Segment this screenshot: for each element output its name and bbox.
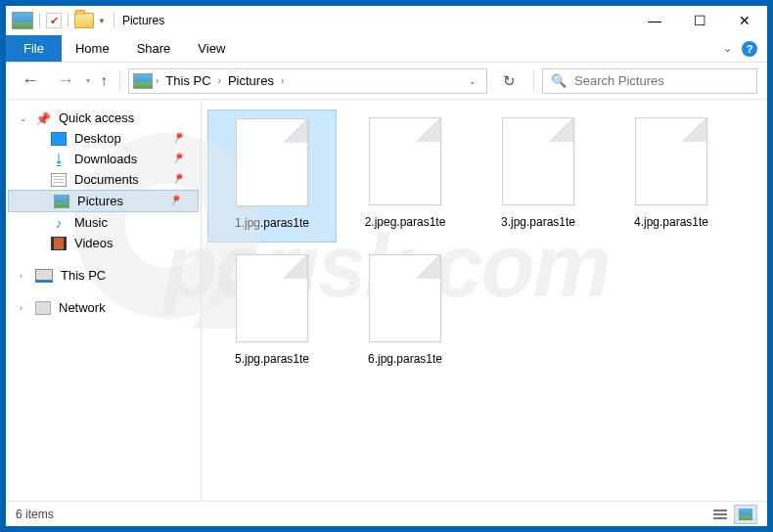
file-item[interactable]: 1.jpg.paras1te xyxy=(207,110,337,243)
label: Documents xyxy=(74,172,139,187)
divider xyxy=(39,13,40,28)
label: Videos xyxy=(74,236,114,250)
file-item[interactable]: 5.jpg.paras1te xyxy=(207,246,337,377)
nav-toolbar: ← → ▾ ↑ › This PC › Pictures › ⌄ ↻ 🔍 xyxy=(6,63,767,100)
tab-share[interactable]: Share xyxy=(123,35,185,62)
expand-icon[interactable]: › xyxy=(20,271,23,281)
new-folder-icon[interactable] xyxy=(74,13,94,28)
chevron-right-icon[interactable]: › xyxy=(217,75,222,86)
sidebar-this-pc[interactable]: › This PC xyxy=(6,265,201,286)
explorer-window: ✔ ▼ Pictures — ☐ ✕ File Home Share View … xyxy=(5,5,768,527)
music-icon: ♪ xyxy=(51,216,67,230)
navigation-pane: ⌄ 📌 Quick access Desktop 📍 ⭳ Downloads 📍 xyxy=(6,100,202,501)
divider xyxy=(68,13,68,28)
sidebar-quick-access[interactable]: ⌄ 📌 Quick access xyxy=(6,108,201,128)
documents-icon xyxy=(51,173,67,187)
close-button[interactable]: ✕ xyxy=(722,6,767,35)
file-item[interactable]: 4.jpg.paras1te xyxy=(607,110,736,243)
status-bar: 6 items xyxy=(6,501,767,526)
expand-icon[interactable]: ⌄ xyxy=(20,113,27,123)
sidebar-item-videos[interactable]: Videos xyxy=(6,233,201,253)
label: Network xyxy=(59,300,106,315)
file-label: 6.jpg.paras1te xyxy=(368,352,442,366)
pin-icon: 📍 xyxy=(166,192,185,209)
divider xyxy=(119,71,120,91)
desktop-icon xyxy=(51,132,67,146)
file-label: 4.jpg.paras1te xyxy=(634,215,708,229)
body: ⌄ 📌 Quick access Desktop 📍 ⭳ Downloads 📍 xyxy=(6,100,767,501)
location-icon xyxy=(133,73,153,89)
help-icon[interactable]: ? xyxy=(742,41,757,57)
pictures-icon xyxy=(54,195,69,208)
window-title: Pictures xyxy=(122,14,164,27)
file-icon xyxy=(502,117,574,205)
chevron-right-icon[interactable]: › xyxy=(155,75,159,86)
file-label: 3.jpg.paras1te xyxy=(501,215,575,229)
expand-icon[interactable]: › xyxy=(20,303,23,313)
pc-icon xyxy=(35,269,53,283)
search-icon: 🔍 xyxy=(551,73,567,88)
collapse-ribbon-icon[interactable]: ⌄ xyxy=(723,42,732,55)
star-icon: 📌 xyxy=(35,111,51,125)
minimize-button[interactable]: — xyxy=(632,6,677,35)
network-icon xyxy=(35,301,51,315)
maximize-button[interactable]: ☐ xyxy=(677,6,722,35)
sidebar-item-desktop[interactable]: Desktop 📍 xyxy=(6,128,201,149)
qat-dropdown-icon[interactable]: ▼ xyxy=(98,17,106,25)
file-label: 2.jpeg.paras1te xyxy=(365,215,446,229)
sidebar-item-pictures[interactable]: Pictures 📍 xyxy=(8,190,199,212)
tab-view[interactable]: View xyxy=(184,35,239,62)
label: Pictures xyxy=(77,194,123,208)
breadcrumb-pictures[interactable]: Pictures xyxy=(224,73,278,88)
file-item[interactable]: 3.jpg.paras1te xyxy=(474,110,603,243)
divider xyxy=(533,71,534,91)
app-icon xyxy=(12,12,33,29)
label: This PC xyxy=(61,268,106,283)
file-item[interactable]: 6.jpg.paras1te xyxy=(341,246,470,377)
properties-icon[interactable]: ✔ xyxy=(46,13,62,28)
divider xyxy=(114,13,114,28)
pin-icon: 📍 xyxy=(169,170,188,188)
file-icon xyxy=(236,118,308,206)
breadcrumb-this-pc[interactable]: This PC xyxy=(161,73,214,88)
titlebar: ✔ ▼ Pictures — ☐ ✕ xyxy=(6,6,767,35)
tab-home[interactable]: Home xyxy=(62,35,123,62)
sidebar-network[interactable]: › Network xyxy=(6,297,201,318)
label: Music xyxy=(74,215,108,230)
pin-icon: 📍 xyxy=(169,129,188,147)
address-bar[interactable]: › This PC › Pictures › ⌄ xyxy=(128,68,487,94)
sidebar-item-downloads[interactable]: ⭳ Downloads 📍 xyxy=(6,149,201,169)
forward-button[interactable]: → xyxy=(51,70,80,91)
sidebar-item-documents[interactable]: Documents 📍 xyxy=(6,169,201,190)
search-box[interactable]: 🔍 xyxy=(542,68,757,94)
file-icon xyxy=(369,254,441,342)
item-count: 6 items xyxy=(16,508,54,521)
label: Downloads xyxy=(74,152,137,166)
back-button[interactable]: ← xyxy=(16,70,45,91)
refresh-button[interactable]: ↻ xyxy=(493,72,525,90)
sidebar-item-music[interactable]: ♪ Music xyxy=(6,212,201,233)
ribbon: File Home Share View ⌄ ? xyxy=(6,35,767,63)
quick-access-toolbar: ✔ ▼ xyxy=(12,12,106,29)
search-input[interactable] xyxy=(574,73,749,88)
up-button[interactable]: ↑ xyxy=(96,72,112,90)
history-dropdown-icon[interactable]: ▾ xyxy=(86,76,90,85)
file-label: 5.jpg.paras1te xyxy=(235,352,309,366)
downloads-icon: ⭳ xyxy=(51,153,67,166)
file-icon xyxy=(236,254,308,342)
label: Desktop xyxy=(74,131,121,146)
details-view-button[interactable] xyxy=(708,505,732,524)
file-menu[interactable]: File xyxy=(6,35,62,62)
chevron-right-icon[interactable]: › xyxy=(280,75,285,86)
file-icon xyxy=(369,117,441,205)
window-controls: — ☐ ✕ xyxy=(632,6,767,35)
address-dropdown-icon[interactable]: ⌄ xyxy=(463,76,482,86)
file-item[interactable]: 2.jpeg.paras1te xyxy=(341,110,470,243)
large-icons-view-button[interactable] xyxy=(734,505,757,524)
videos-icon xyxy=(51,237,67,250)
file-pane[interactable]: pcrisk.com 1.jpg.paras1te2.jpeg.paras1te… xyxy=(202,100,767,501)
file-icon xyxy=(635,117,707,205)
view-mode-switch xyxy=(708,505,757,524)
pin-icon: 📍 xyxy=(169,150,188,167)
file-grid: 1.jpg.paras1te2.jpeg.paras1te3.jpg.paras… xyxy=(207,110,761,378)
